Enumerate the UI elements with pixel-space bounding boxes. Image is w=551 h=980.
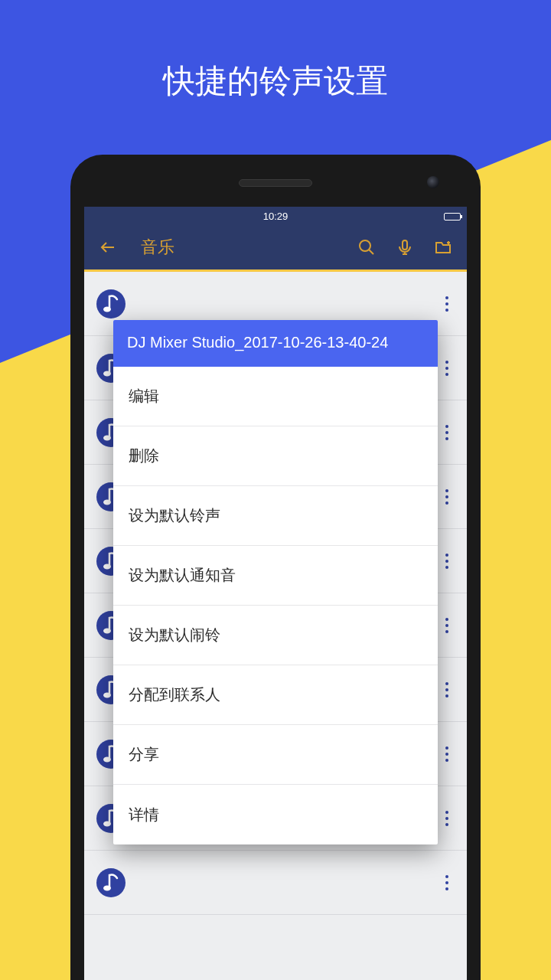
- svg-rect-1: [403, 240, 407, 250]
- menu-item-edit[interactable]: 编辑: [113, 367, 438, 426]
- menu-item-set-alarm[interactable]: 设为默认闹铃: [113, 606, 438, 665]
- back-icon[interactable]: [92, 231, 124, 263]
- menu-item-details[interactable]: 详情: [113, 785, 438, 844]
- device-frame: 10:29 音乐: [70, 155, 481, 980]
- appbar-title: 音乐: [130, 236, 344, 259]
- context-menu-dialog: DJ Mixer Studio_2017-10-26-13-40-24 编辑 删…: [113, 320, 438, 844]
- device-camera: [427, 176, 439, 188]
- battery-icon: [444, 211, 461, 223]
- menu-item-set-notification[interactable]: 设为默认通知音: [113, 546, 438, 606]
- add-folder-icon[interactable]: [427, 231, 459, 263]
- menu-item-assign-contact[interactable]: 分配到联系人: [113, 665, 438, 725]
- screen: 10:29 音乐: [84, 207, 467, 980]
- menu-item-set-ringtone[interactable]: 设为默认铃声: [113, 486, 438, 546]
- status-bar: 10:29: [84, 207, 467, 225]
- menu-item-delete[interactable]: 删除: [113, 426, 438, 486]
- status-time: 10:29: [263, 211, 289, 222]
- promo-title: 快捷的铃声设置: [0, 60, 551, 103]
- search-icon[interactable]: [350, 231, 383, 263]
- svg-point-0: [360, 240, 370, 251]
- microphone-icon[interactable]: [389, 231, 421, 263]
- menu-item-share[interactable]: 分享: [113, 725, 438, 785]
- device-speaker: [239, 179, 312, 187]
- app-bar: 音乐: [84, 225, 467, 270]
- dialog-title: DJ Mixer Studio_2017-10-26-13-40-24: [113, 320, 438, 367]
